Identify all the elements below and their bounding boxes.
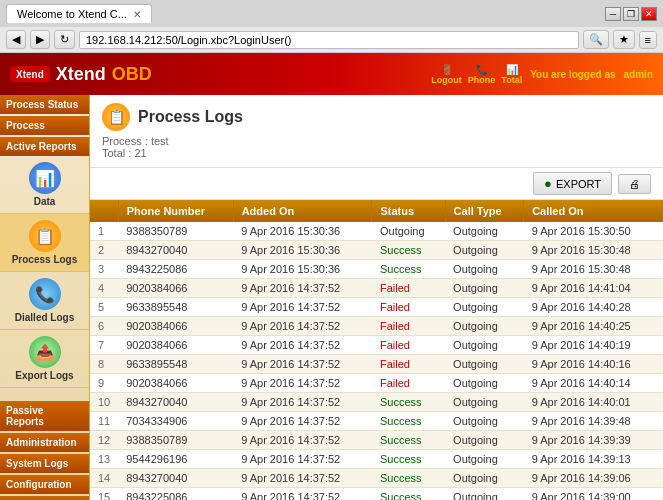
content-toolbar: ● EXPORT 🖨: [90, 168, 663, 200]
row-num: 11: [90, 412, 118, 431]
cell-1: 8943270040: [118, 393, 233, 412]
table-row: 896338955489 Apr 2016 14:37:52FailedOutg…: [90, 355, 663, 374]
cell-3: Outgoing: [372, 222, 445, 241]
row-num: 4: [90, 279, 118, 298]
sidebar-item-export-logs[interactable]: 📤 Export Logs: [0, 330, 89, 388]
table-row: 289432700409 Apr 2016 15:30:36SuccessOut…: [90, 241, 663, 260]
cell-4: Outgoing: [445, 431, 524, 450]
cell-2: 9 Apr 2016 15:30:36: [233, 260, 372, 279]
sidebar-item-process-status[interactable]: Process Status: [0, 95, 89, 114]
app-header: Xtend Xtend OBD 🚪 Logout 📞 Phone 📊 Total…: [0, 53, 663, 95]
sidebar-item-manage-device[interactable]: Manage Device: [0, 496, 89, 500]
total-icon-item[interactable]: 📊 Total: [501, 64, 522, 85]
tab-close-btn[interactable]: ✕: [133, 9, 141, 20]
forward-btn[interactable]: ▶: [30, 30, 50, 49]
star-btn[interactable]: ★: [613, 30, 635, 49]
tab-title: Welcome to Xtend C...: [17, 8, 127, 20]
cell-4: Outgoing: [445, 336, 524, 355]
sidebar-item-process-logs[interactable]: 📋 Process Logs: [0, 214, 89, 272]
cell-1: 9020384066: [118, 317, 233, 336]
cell-1: 9020384066: [118, 279, 233, 298]
col-call-type: Call Type: [445, 200, 524, 222]
sidebar-item-system-logs[interactable]: System Logs: [0, 454, 89, 473]
sidebar-label-export-logs: Export Logs: [15, 370, 73, 381]
browser-tab[interactable]: Welcome to Xtend C... ✕: [6, 4, 152, 23]
row-num: 2: [90, 241, 118, 260]
row-num: 7: [90, 336, 118, 355]
print-button[interactable]: 🖨: [618, 174, 651, 194]
main-content: 📋 Process Logs Process : test Total : 21…: [90, 95, 663, 500]
cell-5: 9 Apr 2016 14:40:16: [524, 355, 663, 374]
sidebar-label-data: Data: [34, 196, 56, 207]
back-btn[interactable]: ◀: [6, 30, 26, 49]
table-row: 790203840669 Apr 2016 14:37:52FailedOutg…: [90, 336, 663, 355]
cell-4: Outgoing: [445, 488, 524, 501]
sidebar-item-administration[interactable]: Administration: [0, 433, 89, 452]
phone-icon-item[interactable]: 📞 Phone: [468, 64, 496, 85]
browser-chrome: Welcome to Xtend C... ✕ ─ ❐ ✕ ◀ ▶ ↻ 🔍 ★ …: [0, 0, 663, 53]
minimize-btn[interactable]: ─: [605, 7, 621, 21]
cell-4: Outgoing: [445, 317, 524, 336]
refresh-btn[interactable]: ↻: [54, 30, 75, 49]
row-num: 9: [90, 374, 118, 393]
table-row: 1489432700409 Apr 2016 14:37:52SuccessOu…: [90, 469, 663, 488]
cell-2: 9 Apr 2016 14:37:52: [233, 412, 372, 431]
process-logs-table: Phone Number Added On Status Call Type C…: [90, 200, 663, 500]
col-called-on: Called On: [524, 200, 663, 222]
cell-5: 9 Apr 2016 14:39:00: [524, 488, 663, 501]
cell-3: Success: [372, 469, 445, 488]
table-row: 490203840669 Apr 2016 14:37:52FailedOutg…: [90, 279, 663, 298]
table-row: 990203840669 Apr 2016 14:37:52FailedOutg…: [90, 374, 663, 393]
close-btn[interactable]: ✕: [641, 7, 657, 21]
address-bar[interactable]: [79, 31, 579, 49]
page-title: Process Logs: [138, 108, 243, 126]
cell-5: 9 Apr 2016 15:30:48: [524, 241, 663, 260]
cell-1: 9388350789: [118, 222, 233, 241]
cell-3: Failed: [372, 279, 445, 298]
cell-2: 9 Apr 2016 14:37:52: [233, 393, 372, 412]
cell-3: Success: [372, 488, 445, 501]
logo-obd-text: OBD: [112, 64, 152, 85]
sidebar-item-configuration[interactable]: Configuration: [0, 475, 89, 494]
cell-4: Outgoing: [445, 260, 524, 279]
sidebar: Process Status Process Active Reports 📊 …: [0, 95, 90, 500]
logout-label: Logout: [431, 75, 462, 85]
sidebar-item-active-reports[interactable]: Active Reports: [0, 137, 89, 156]
cell-3: Failed: [372, 336, 445, 355]
cell-3: Success: [372, 393, 445, 412]
cell-1: 8943270040: [118, 241, 233, 260]
search-browser-btn[interactable]: 🔍: [583, 30, 609, 49]
sidebar-label-process-logs: Process Logs: [12, 254, 78, 265]
cell-5: 9 Apr 2016 14:39:39: [524, 431, 663, 450]
col-added-on: Added On: [233, 200, 372, 222]
cell-3: Failed: [372, 298, 445, 317]
sidebar-item-process[interactable]: Process: [0, 116, 89, 135]
cell-1: 7034334906: [118, 412, 233, 431]
sidebar-item-data[interactable]: 📊 Data: [0, 156, 89, 214]
cell-5: 9 Apr 2016 14:40:28: [524, 298, 663, 317]
col-phone: Phone Number: [118, 200, 233, 222]
restore-btn[interactable]: ❐: [623, 7, 639, 21]
cell-5: 9 Apr 2016 15:30:48: [524, 260, 663, 279]
sidebar-item-passive-reports[interactable]: Passive Reports: [0, 401, 89, 431]
cell-5: 9 Apr 2016 14:40:19: [524, 336, 663, 355]
cell-4: Outgoing: [445, 374, 524, 393]
cell-2: 9 Apr 2016 14:37:52: [233, 279, 372, 298]
row-num: 5: [90, 298, 118, 317]
cell-3: Failed: [372, 355, 445, 374]
cell-2: 9 Apr 2016 15:30:36: [233, 241, 372, 260]
cell-4: Outgoing: [445, 469, 524, 488]
menu-btn[interactable]: ≡: [639, 31, 657, 49]
dialled-logs-icon: 📞: [29, 278, 61, 310]
logout-icon-item[interactable]: 🚪 Logout: [431, 64, 462, 85]
cell-1: 8943225086: [118, 260, 233, 279]
cell-2: 9 Apr 2016 14:37:52: [233, 488, 372, 501]
process-label: Process : test: [102, 135, 651, 147]
sidebar-item-dialled-logs[interactable]: 📞 Dialled Logs: [0, 272, 89, 330]
cell-2: 9 Apr 2016 14:37:52: [233, 469, 372, 488]
export-button[interactable]: ● EXPORT: [533, 172, 612, 195]
cell-1: 8943225086: [118, 488, 233, 501]
table-header-row: Phone Number Added On Status Call Type C…: [90, 200, 663, 222]
cell-5: 9 Apr 2016 14:40:25: [524, 317, 663, 336]
cell-2: 9 Apr 2016 14:37:52: [233, 355, 372, 374]
